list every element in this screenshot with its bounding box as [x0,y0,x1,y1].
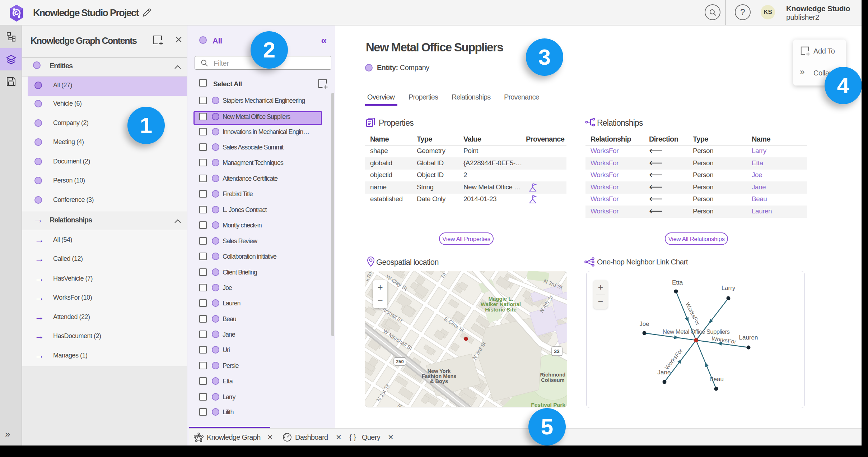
svg-text:Richmond: Richmond [540,372,566,378]
svg-text:Etta: Etta [672,279,683,286]
svg-text:Lauren: Lauren [739,334,758,341]
svg-text:Historic Site: Historic Site [485,306,517,313]
svg-text:Festival Park: Festival Park [531,402,565,407]
svg-text:Beau: Beau [709,376,724,383]
svg-text:Larry: Larry [722,285,736,291]
svg-text:New Metal Office Suppliers: New Metal Office Suppliers [663,328,730,335]
svg-text:& Boys: & Boys [430,378,448,384]
svg-text:WorksFor: WorksFor [685,301,701,327]
svg-text:Joe: Joe [639,320,649,327]
svg-text:WorksFor: WorksFor [711,335,737,345]
svg-text:Coliseum: Coliseum [541,377,564,383]
svg-text:WorksFor: WorksFor [664,347,684,371]
svg-text:250: 250 [396,359,404,364]
svg-text:33: 33 [554,348,560,354]
